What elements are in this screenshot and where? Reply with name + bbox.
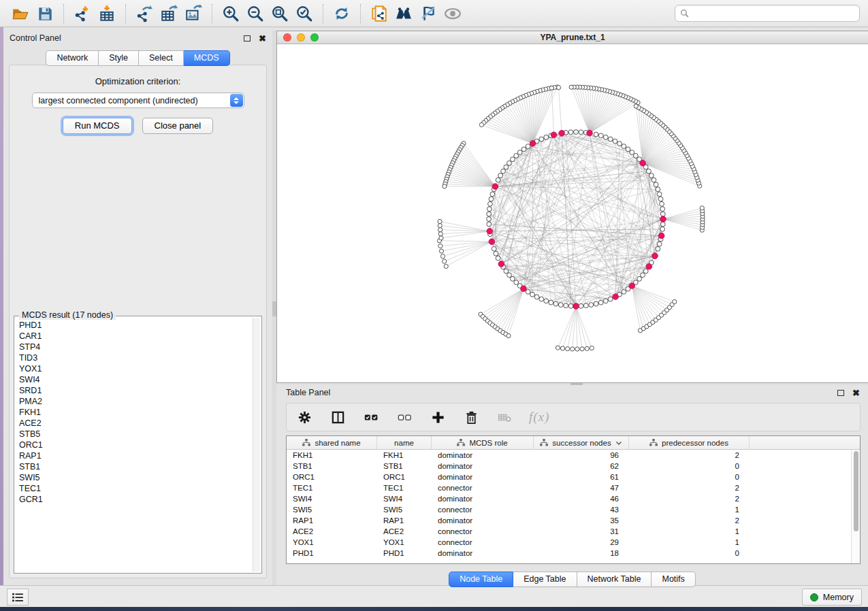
- create-column-button[interactable]: [429, 408, 447, 426]
- network-canvas[interactable]: [277, 44, 867, 382]
- float-panel-icon[interactable]: [244, 35, 251, 42]
- network-node[interactable]: [626, 147, 630, 152]
- mcds-result-item[interactable]: SRD1: [19, 385, 248, 396]
- table-row[interactable]: FKH1FKH1dominator962: [287, 450, 860, 461]
- network-leaf-node[interactable]: [438, 219, 442, 223]
- network-node[interactable]: [564, 303, 568, 308]
- table-tab-edge-table[interactable]: Edge Table: [513, 572, 577, 587]
- table-tab-motifs[interactable]: Motifs: [652, 572, 695, 587]
- table-row[interactable]: TEC1TEC1connector472: [287, 482, 860, 493]
- network-leaf-node[interactable]: [673, 299, 677, 303]
- network-node[interactable]: [613, 139, 617, 144]
- column-header-shared-name[interactable]: shared name: [287, 436, 377, 449]
- network-leaf-node[interactable]: [549, 86, 553, 90]
- select-all-columns-button[interactable]: [362, 408, 380, 426]
- tab-network[interactable]: Network: [46, 50, 99, 66]
- network-leaf-node[interactable]: [570, 347, 575, 351]
- network-node[interactable]: [510, 276, 515, 281]
- network-node[interactable]: [579, 303, 583, 308]
- network-node[interactable]: [544, 135, 549, 139]
- network-node[interactable]: [647, 169, 652, 174]
- network-node[interactable]: [594, 301, 598, 306]
- network-hub-node[interactable]: [487, 229, 493, 235]
- mcds-result-item[interactable]: PHD1: [19, 320, 248, 331]
- network-leaf-node[interactable]: [569, 85, 573, 89]
- network-node[interactable]: [603, 135, 608, 139]
- export-table-button[interactable]: [157, 3, 181, 24]
- mcds-result-item[interactable]: STB1: [19, 461, 248, 472]
- mcds-result-item[interactable]: PMA2: [19, 396, 248, 407]
- network-leaf-node[interactable]: [439, 249, 443, 253]
- mcds-result-item[interactable]: GCR1: [19, 494, 248, 505]
- table-row[interactable]: STB1STB1dominator620: [287, 461, 860, 472]
- mcds-result-item[interactable]: SWI5: [19, 472, 248, 483]
- tab-select[interactable]: Select: [139, 50, 184, 66]
- network-leaf-node[interactable]: [560, 346, 564, 350]
- zoom-fit-button[interactable]: [268, 3, 292, 24]
- tab-style[interactable]: Style: [99, 50, 139, 66]
- network-node[interactable]: [660, 207, 665, 212]
- network-node[interactable]: [507, 273, 512, 278]
- column-header-name[interactable]: name: [377, 436, 432, 449]
- zoom-out-button[interactable]: [243, 3, 268, 24]
- network-node[interactable]: [660, 222, 665, 227]
- network-node[interactable]: [622, 290, 626, 295]
- network-leaf-node[interactable]: [575, 347, 579, 351]
- table-row[interactable]: ACE2ACE2connector311: [287, 526, 860, 537]
- network-node[interactable]: [568, 130, 573, 135]
- network-leaf-node[interactable]: [438, 244, 443, 248]
- network-hub-node[interactable]: [498, 261, 504, 267]
- network-hub-node[interactable]: [530, 141, 536, 147]
- table-scrollbar[interactable]: [851, 450, 860, 563]
- network-node[interactable]: [530, 292, 535, 297]
- network-hub-node[interactable]: [646, 263, 652, 269]
- network-leaf-node[interactable]: [443, 259, 447, 263]
- network-leaf-node[interactable]: [700, 206, 704, 210]
- network-leaf-node[interactable]: [556, 86, 560, 90]
- network-node[interactable]: [496, 256, 500, 261]
- memory-button[interactable]: Memory: [802, 589, 862, 606]
- mcds-result-item[interactable]: TID3: [19, 352, 248, 363]
- run-mcds-button[interactable]: Run MCDS: [63, 118, 132, 134]
- network-node[interactable]: [549, 300, 553, 305]
- network-leaf-node[interactable]: [634, 104, 638, 108]
- network-node[interactable]: [579, 130, 583, 135]
- network-node[interactable]: [656, 187, 660, 192]
- network-node[interactable]: [501, 169, 506, 174]
- mcds-result-item[interactable]: ORC1: [19, 440, 248, 450]
- network-hub-node[interactable]: [551, 132, 557, 138]
- network-hub-node[interactable]: [573, 303, 579, 310]
- network-leaf-node[interactable]: [438, 223, 442, 227]
- column-header-successor-nodes[interactable]: successor nodes: [534, 436, 629, 449]
- network-node[interactable]: [637, 276, 642, 281]
- network-hub-node[interactable]: [521, 286, 527, 292]
- network-node[interactable]: [652, 178, 656, 182]
- criterion-dropdown[interactable]: largest connected component (undirected): [32, 93, 244, 108]
- network-node[interactable]: [521, 147, 526, 152]
- network-node[interactable]: [526, 290, 530, 295]
- table-tab-network-table[interactable]: Network Table: [577, 572, 652, 587]
- network-node[interactable]: [489, 197, 494, 201]
- table-settings-button[interactable]: [295, 408, 313, 426]
- network-node[interactable]: [498, 174, 503, 178]
- network-node[interactable]: [534, 295, 539, 299]
- table-row[interactable]: SWI5SWI5connector431: [287, 504, 860, 515]
- save-session-button[interactable]: [33, 3, 57, 24]
- network-node[interactable]: [633, 153, 638, 158]
- unselect-all-columns-button[interactable]: [396, 408, 413, 426]
- delete-column-button[interactable]: [462, 408, 480, 426]
- network-node[interactable]: [589, 303, 594, 308]
- window-close-light[interactable]: [283, 33, 291, 42]
- network-node[interactable]: [608, 137, 613, 142]
- network-node[interactable]: [594, 132, 598, 137]
- network-node[interactable]: [487, 217, 492, 222]
- network-node[interactable]: [526, 144, 530, 149]
- network-node[interactable]: [553, 301, 558, 306]
- table-row[interactable]: RAP1RAP1dominator352: [287, 515, 860, 526]
- network-node[interactable]: [504, 269, 509, 274]
- network-node[interactable]: [504, 165, 509, 169]
- network-node[interactable]: [660, 227, 665, 231]
- window-zoom-light[interactable]: [310, 33, 319, 42]
- show-graphics-details-button[interactable]: [440, 3, 465, 24]
- table-row[interactable]: SWI4SWI4dominator462: [287, 493, 860, 504]
